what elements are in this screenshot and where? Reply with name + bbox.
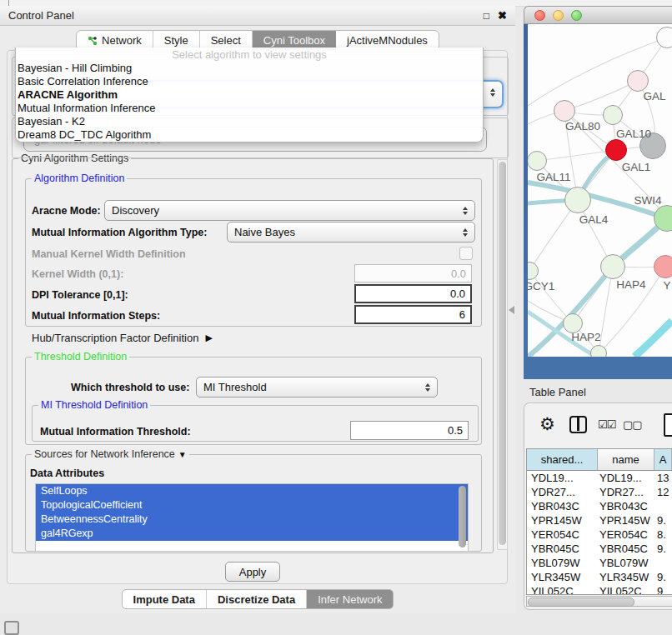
tab-discretize-data[interactable]: Discretize Data <box>207 590 307 608</box>
network-node-gal10[interactable] <box>603 105 623 125</box>
algorithm-definition-title: Algorithm Definition <box>32 172 127 184</box>
dropdown-item-dream8[interactable]: Dream8 DC_TDC Algorithm <box>16 128 483 142</box>
network-window-titlebar[interactable] <box>524 6 672 24</box>
network-node[interactable] <box>656 27 672 48</box>
table-cell: YLR345W <box>598 571 654 583</box>
column-header-name[interactable]: name <box>598 449 654 470</box>
table-cell: 9. <box>654 514 672 527</box>
document-icon[interactable] <box>664 413 672 437</box>
splitter-collapse-icon[interactable] <box>509 306 514 314</box>
apply-button[interactable]: Apply <box>225 562 280 582</box>
sources-title[interactable]: Sources for Network Inference▼ <box>32 448 189 460</box>
table-row[interactable]: YDR27...YDR27...12 <box>527 485 672 499</box>
threshold-definition-title: Threshold Definition <box>32 351 129 362</box>
columns-icon[interactable] <box>569 416 587 433</box>
node-label: GAL80 <box>565 120 600 132</box>
node-label: GAL11 <box>536 171 570 183</box>
table-cell: YDR27... <box>527 486 598 498</box>
checked-boxes-icon[interactable]: ☑☑ <box>598 418 615 431</box>
manual-kernel-label: Manual Kernel Width Definition <box>32 248 186 260</box>
table-cell: YBL079W <box>598 557 654 569</box>
which-threshold-combobox[interactable]: MI Threshold <box>196 377 438 398</box>
table-row[interactable]: YBL079WYBL079W <box>527 556 672 570</box>
network-node-partial[interactable] <box>590 345 607 357</box>
table-cell: YIL052C <box>598 585 654 595</box>
dropdown-item-mutual-information[interactable]: Mutual Information Inference <box>16 102 483 115</box>
float-window-icon[interactable]: □ <box>484 10 489 22</box>
list-item-selfloops[interactable]: SelfLoops <box>36 484 468 498</box>
mi-steps-label: Mutual Information Steps: <box>32 310 160 322</box>
table-row[interactable]: YLR345WYLR345W9. <box>527 570 672 584</box>
unchecked-boxes-icon[interactable]: ▢▢ <box>623 418 642 431</box>
network-node-y[interactable] <box>654 255 672 278</box>
dropdown-item-bayesian-k2[interactable]: Bayesian - K2 <box>16 115 483 128</box>
table-cell: 9. <box>654 571 672 583</box>
gear-icon[interactable]: ⚙ <box>539 414 555 434</box>
table-cell: 13 <box>654 472 672 484</box>
node-table[interactable]: shared... name A YDL19...YDL19...13 YDR2… <box>526 448 672 595</box>
data-attributes-list[interactable]: SelfLoops TopologicalCoefficient Between… <box>35 483 469 552</box>
tab-impute-data[interactable]: Impute Data <box>123 590 207 608</box>
minimize-window-icon[interactable] <box>553 10 564 21</box>
dropdown-item-aracne[interactable]: ARACNE Algorithm <box>16 88 483 102</box>
table-panel: ⚙ ☑☑ ▢▢ shared... name A YDL19...YDL19..… <box>524 402 672 610</box>
algorithm-dropdown-list: Select algorithm to view settings Bayesi… <box>15 48 484 142</box>
network-node-gal[interactable] <box>627 70 649 92</box>
stepper-up-icon <box>463 207 468 210</box>
table-cell: YIL052C <box>527 585 598 595</box>
bottom-left-window-icon[interactable] <box>4 621 19 635</box>
dropdown-item-bayesian-hill-climbing[interactable]: Bayesian - Hill Climbing <box>16 62 483 75</box>
network-canvas[interactable]: GAL GAL80 GAL10 GAL1 GAL11 SWI4 GAL4 GCY… <box>528 24 672 357</box>
table-row[interactable]: YBR043CYBR043C <box>527 499 672 513</box>
kernel-width-field[interactable]: 0.0 <box>354 264 472 282</box>
network-node-hap4[interactable] <box>600 254 625 279</box>
mi-steps-field[interactable]: 6 <box>354 305 472 324</box>
stepper-down-icon <box>425 388 430 392</box>
table-row[interactable]: YER054CYER054C8. <box>527 528 672 542</box>
expander-down-icon: ▼ <box>178 450 187 459</box>
table-cell: YBL079W <box>527 557 598 569</box>
table-row[interactable]: YDL19...YDL19...13 <box>527 471 672 485</box>
table-row[interactable]: YIL052CYIL052C9 <box>527 584 672 595</box>
mi-threshold-field[interactable]: 0.5 <box>350 421 469 440</box>
close-panel-icon[interactable]: ✖ <box>498 9 507 22</box>
network-node-gal1[interactable] <box>605 139 627 161</box>
control-panel-title: Control Panel <box>8 9 74 22</box>
column-header-partial[interactable]: A <box>654 449 672 470</box>
table-cell: YPR145W <box>598 514 654 527</box>
mi-type-label: Mutual Information Algorithm Type: <box>32 227 207 238</box>
network-icon <box>88 36 98 46</box>
aracne-mode-label: Aracne Mode: <box>32 205 101 217</box>
attributes-scrollbar[interactable] <box>459 486 466 548</box>
zoom-window-icon[interactable] <box>571 10 582 21</box>
table-scrollbar-thumb[interactable] <box>528 598 634 607</box>
list-item-betweennesscentrality[interactable]: BetweennessCentrality <box>36 512 468 527</box>
tab-infer-network[interactable]: Infer Network <box>307 590 393 608</box>
mi-type-combobox[interactable]: Naive Bayes <box>227 222 475 242</box>
table-row[interactable]: YBR045CYBR045C9. <box>527 542 672 556</box>
table-toolbar: ⚙ ☑☑ ▢▢ <box>524 412 672 445</box>
aracne-mode-combobox[interactable]: Discovery <box>104 200 475 221</box>
table-row[interactable]: YPR145WYPR145W9. <box>527 513 672 528</box>
network-node-gal11[interactable] <box>528 151 547 171</box>
network-node-gal80[interactable] <box>554 100 575 122</box>
list-item-gal4rgexp[interactable]: gal4RGexp <box>36 527 468 541</box>
table-horizontal-scrollbar[interactable] <box>526 596 672 607</box>
node-label: GCY1 <box>528 280 554 292</box>
list-item-topologicalcoefficient[interactable]: TopologicalCoefficient <box>36 498 468 512</box>
stepper-down-icon <box>490 93 495 97</box>
settings-scrollbar[interactable] <box>497 159 508 550</box>
node-label: GAL1 <box>622 161 651 173</box>
settings-scrollbar-thumb[interactable] <box>499 162 506 545</box>
dropdown-item-basic-correlation[interactable]: Basic Correlation Inference <box>16 75 483 88</box>
node-label: HAP2 <box>571 331 600 343</box>
stepper-down-icon <box>463 212 468 215</box>
network-node-gal4[interactable] <box>564 187 591 213</box>
manual-kernel-checkbox[interactable] <box>459 247 473 260</box>
column-header-shared[interactable]: shared... <box>527 449 598 470</box>
node-label: SWI4 <box>634 194 661 207</box>
dpi-tolerance-field[interactable]: 0.0 <box>354 284 472 303</box>
hub-definition-expander[interactable]: Hub/Transcription Factor Definition ▶ <box>32 332 213 344</box>
table-panel-title: Table Panel <box>529 386 586 398</box>
close-window-icon[interactable] <box>534 10 545 21</box>
